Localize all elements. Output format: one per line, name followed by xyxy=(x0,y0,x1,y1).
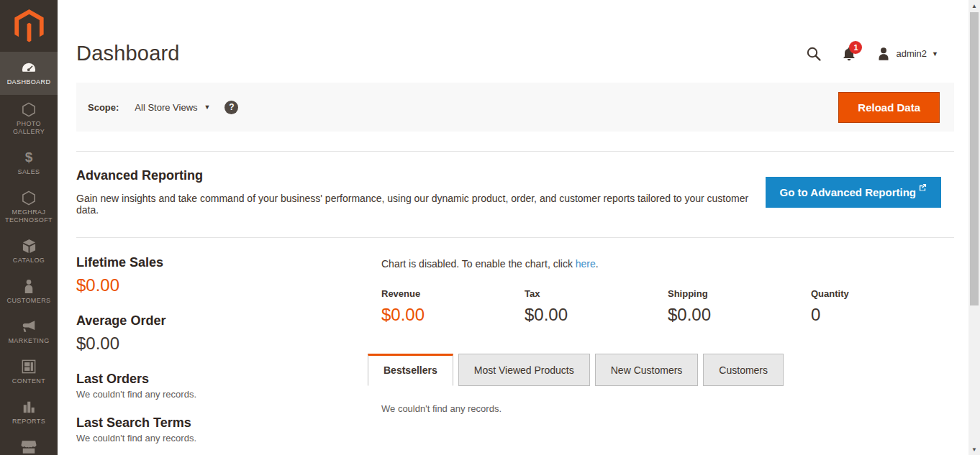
bar-chart-icon xyxy=(22,399,36,415)
revenue-label: Revenue xyxy=(381,288,525,299)
chevron-down-icon: ▼ xyxy=(204,104,211,111)
user-avatar-icon xyxy=(876,47,891,61)
last-orders-title: Last Orders xyxy=(76,372,368,387)
notifications-bell-icon[interactable]: 1 xyxy=(842,46,856,62)
main-content: Dashboard 1 admin2 ▼ Scope: All Store Vi… xyxy=(58,0,968,455)
external-link-icon xyxy=(919,183,927,191)
shipping-label: Shipping xyxy=(668,288,811,299)
chart-notice-text: Chart is disabled. To enable the chart, … xyxy=(381,258,576,270)
gauge-icon xyxy=(21,60,37,75)
quantity-label: Quantity xyxy=(811,288,954,299)
lifetime-sales-value: $0.00 xyxy=(76,275,368,295)
magento-logo-icon xyxy=(14,9,44,43)
average-order-title: Average Order xyxy=(76,313,368,328)
average-order-value: $0.00 xyxy=(76,334,368,354)
revenue-total: Revenue $0.00 xyxy=(381,288,525,325)
sidebar-item-catalog[interactable]: CATALOG xyxy=(0,231,58,272)
sidebar-item-stores[interactable]: STORES xyxy=(0,433,58,455)
sidebar-item-sales[interactable]: $ SALES xyxy=(0,143,58,183)
advanced-reporting-title: Advanced Reporting xyxy=(76,168,766,183)
tab-most-viewed-products[interactable]: Most Viewed Products xyxy=(458,354,590,386)
page-title: Dashboard xyxy=(76,42,180,65)
store-view-value: All Store Views xyxy=(135,102,197,113)
tax-total: Tax $0.00 xyxy=(525,288,668,325)
sidebar-item-marketing[interactable]: MARKETING xyxy=(0,312,58,352)
dollar-icon: $ xyxy=(25,150,33,165)
last-search-terms-title: Last Search Terms xyxy=(76,415,368,431)
admin-sidebar: DASHBOARD PHOTO GALLERY $ SALES MEGHRAJ … xyxy=(0,0,58,455)
last-orders-empty: We couldn't find any records. xyxy=(76,389,368,400)
quantity-value: 0 xyxy=(811,305,954,325)
header-actions: 1 admin2 ▼ xyxy=(806,46,954,62)
sidebar-item-label: CUSTOMERS xyxy=(7,297,51,305)
advanced-reporting-section: Advanced Reporting Gain new insights and… xyxy=(76,152,954,218)
sidebar-item-label: MARKETING xyxy=(8,337,49,345)
tab-content-empty: We couldn't find any records. xyxy=(368,386,954,414)
sidebar-item-label: DASHBOARD xyxy=(7,78,51,86)
average-order-block: Average Order $0.00 xyxy=(76,313,368,354)
username: admin2 xyxy=(896,48,927,59)
advanced-reporting-text: Advanced Reporting Gain new insights and… xyxy=(76,168,766,216)
layout-icon xyxy=(22,359,36,374)
chevron-down-icon: ▼ xyxy=(932,50,938,58)
tax-value: $0.00 xyxy=(525,305,668,325)
sidebar-item-label: MEGHRAJ TECHNOSOFT xyxy=(3,208,55,224)
sidebar-item-label: CONTENT xyxy=(12,377,45,385)
advanced-reporting-description: Gain new insights and take command of yo… xyxy=(76,193,766,216)
user-menu[interactable]: admin2 ▼ xyxy=(876,47,938,61)
dashboard-body: Lifetime Sales $0.00 Average Order $0.00… xyxy=(76,238,954,455)
go-to-advanced-reporting-label: Go to Advanced Reporting xyxy=(780,186,916,198)
sidebar-item-reports[interactable]: REPORTS xyxy=(0,392,58,433)
sidebar-item-label: PHOTO GALLERY xyxy=(3,120,55,136)
store-view-switcher[interactable]: All Store Views ▼ xyxy=(135,102,210,113)
shipping-total: Shipping $0.00 xyxy=(668,288,811,325)
enable-chart-link[interactable]: here xyxy=(576,258,596,270)
lifetime-sales-block: Lifetime Sales $0.00 xyxy=(76,255,368,295)
last-orders-block: Last Orders We couldn't find any records… xyxy=(76,372,368,400)
dashboard-tabs: Bestsellers Most Viewed Products New Cus… xyxy=(368,354,954,386)
lifetime-sales-title: Lifetime Sales xyxy=(76,255,368,270)
sidebar-item-label: CATALOG xyxy=(13,257,45,265)
totals-row: Revenue $0.00 Tax $0.00 Shipping $0.00 Q… xyxy=(381,288,954,325)
magento-logo[interactable] xyxy=(0,0,58,52)
megaphone-icon xyxy=(21,318,37,334)
notification-badge[interactable]: 1 xyxy=(849,41,862,54)
sidebar-item-dashboard[interactable]: DASHBOARD xyxy=(0,52,58,95)
sidebar-item-label: SALES xyxy=(17,168,40,176)
chart-notice-period: . xyxy=(596,258,599,270)
tab-bestsellers[interactable]: Bestsellers xyxy=(368,354,453,386)
scroll-down-arrow-icon[interactable]: ▼ xyxy=(968,443,980,455)
help-icon[interactable]: ? xyxy=(224,101,238,114)
search-icon[interactable] xyxy=(806,46,822,62)
go-to-advanced-reporting-button[interactable]: Go to Advanced Reporting xyxy=(766,177,941,208)
chart-disabled-notice: Chart is disabled. To enable the chart, … xyxy=(381,258,954,270)
reload-data-button[interactable]: Reload Data xyxy=(838,92,940,123)
sidebar-item-photo-gallery[interactable]: PHOTO GALLERY xyxy=(0,95,58,143)
store-icon xyxy=(21,439,37,455)
revenue-value: $0.00 xyxy=(381,305,525,325)
person-icon xyxy=(23,278,35,294)
hexagon-icon xyxy=(22,101,36,117)
tab-new-customers[interactable]: New Customers xyxy=(595,354,699,386)
tab-customers[interactable]: Customers xyxy=(703,354,784,386)
scope-bar: Scope: All Store Views ▼ ? Reload Data xyxy=(76,83,954,132)
quantity-total: Quantity 0 xyxy=(811,288,954,325)
vertical-scrollbar[interactable]: ▲ ▼ xyxy=(968,0,980,455)
summary-column: Lifetime Sales $0.00 Average Order $0.00… xyxy=(76,255,368,455)
scrollbar-thumb[interactable] xyxy=(970,12,979,305)
box-icon xyxy=(22,238,37,254)
last-search-terms-block: Last Search Terms We couldn't find any r… xyxy=(76,415,368,443)
sidebar-item-customers[interactable]: CUSTOMERS xyxy=(0,272,58,312)
sidebar-item-meghraj-technosoft[interactable]: MEGHRAJ TECHNOSOFT xyxy=(0,183,58,231)
scope-label: Scope: xyxy=(88,102,119,113)
tax-label: Tax xyxy=(525,288,668,299)
page-header: Dashboard 1 admin2 ▼ xyxy=(76,0,954,65)
scroll-up-arrow-icon[interactable]: ▲ xyxy=(968,0,980,12)
sidebar-item-content[interactable]: CONTENT xyxy=(0,352,58,392)
shipping-value: $0.00 xyxy=(668,305,811,325)
hexagon-icon xyxy=(22,190,36,206)
sidebar-item-label: REPORTS xyxy=(12,418,45,426)
last-search-terms-empty: We couldn't find any records. xyxy=(76,433,368,443)
chart-column: Chart is disabled. To enable the chart, … xyxy=(368,255,954,455)
